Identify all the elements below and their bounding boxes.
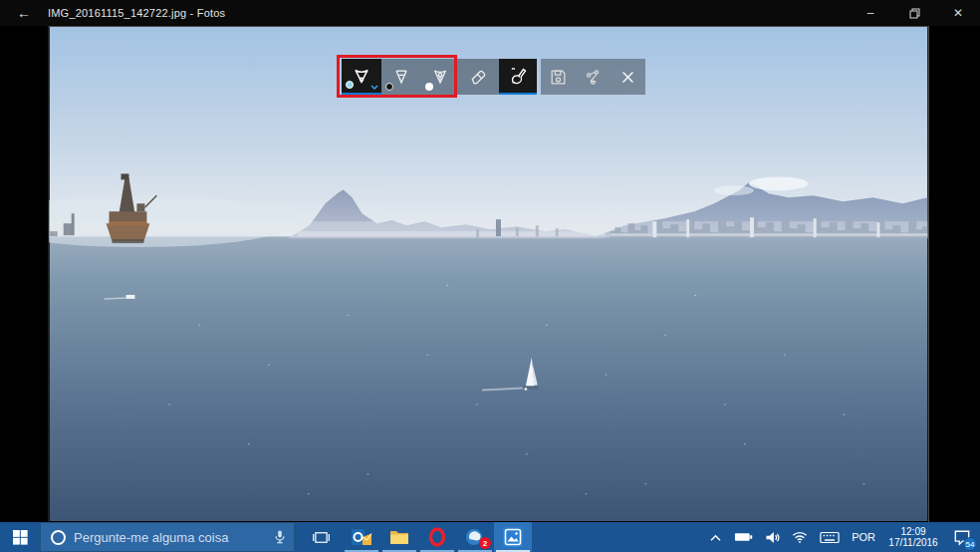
- task-view-icon: [312, 530, 331, 545]
- start-button[interactable]: [0, 522, 40, 552]
- taskbar-app-photos[interactable]: [494, 522, 532, 552]
- close-ink-icon: [619, 69, 636, 86]
- save-icon: [549, 68, 568, 87]
- ink-actions-group: [541, 59, 645, 95]
- minimize-button[interactable]: –: [849, 0, 892, 26]
- close-icon: ✕: [953, 6, 963, 20]
- taskbar-app-outlook[interactable]: [343, 522, 380, 552]
- photo-stage: [0, 26, 980, 522]
- action-center-badge: 54: [963, 537, 977, 551]
- tray-date: 17/11/2016: [888, 537, 937, 548]
- save-button[interactable]: [541, 59, 576, 95]
- task-view-button[interactable]: [303, 522, 339, 552]
- ink-toolbar: [342, 59, 645, 95]
- eraser-icon: [469, 67, 489, 87]
- cortana-search-box[interactable]: [40, 522, 295, 552]
- close-ink-button[interactable]: [611, 59, 645, 95]
- pencil-tool[interactable]: [381, 59, 421, 95]
- system-tray: POR 12:09 17/11/2016 54: [707, 522, 980, 552]
- outlook-icon: [351, 526, 372, 548]
- folder-icon: [388, 526, 410, 548]
- search-input[interactable]: [74, 530, 266, 545]
- touch-writing-hand-icon: [507, 65, 529, 87]
- chevron-up-icon: [709, 533, 722, 542]
- wifi-icon: [792, 531, 808, 543]
- ballpoint-pen-tool[interactable]: [342, 59, 381, 95]
- speaker-icon: [765, 531, 780, 544]
- share-icon: [584, 68, 603, 87]
- cortana-icon: [51, 530, 66, 545]
- microphone-icon: [273, 529, 287, 545]
- restore-button[interactable]: [892, 0, 936, 26]
- taskbar-app-notification-app[interactable]: 2: [456, 522, 494, 552]
- touch-keyboard-button[interactable]: [818, 529, 842, 546]
- touch-keyboard-icon: [820, 531, 840, 544]
- calligraphy-ink-color-dot: [425, 83, 433, 91]
- titlebar: ← IMG_20161115_142722.jpg - Fotos – ✕: [0, 0, 980, 26]
- tray-chevron-up-button[interactable]: [707, 531, 724, 544]
- language-label: POR: [852, 531, 875, 543]
- battery-status-button[interactable]: [732, 529, 755, 545]
- back-button[interactable]: ←: [0, 0, 48, 26]
- eraser-tool[interactable]: [459, 59, 499, 95]
- touch-writing-tool[interactable]: [499, 59, 537, 95]
- wifi-button[interactable]: [790, 529, 810, 545]
- back-arrow-icon: ←: [17, 5, 31, 21]
- ballpoint-pen-icon: [351, 65, 372, 87]
- opera-icon: [426, 526, 448, 548]
- calligraphy-pen-icon: [430, 67, 450, 87]
- pencil-ink-color-dot: [385, 83, 393, 91]
- windows-logo-icon: [13, 530, 28, 545]
- share-button[interactable]: [576, 59, 611, 95]
- pencil-icon: [391, 67, 411, 87]
- action-center-button[interactable]: 54: [949, 524, 975, 550]
- photo-canvas[interactable]: [48, 26, 929, 522]
- window-title: IMG_20161115_142722.jpg - Fotos: [48, 7, 225, 19]
- notification-count-badge: 2: [479, 537, 491, 549]
- clock[interactable]: 12:09 17/11/2016: [885, 524, 941, 550]
- taskbar: 2: [0, 522, 980, 552]
- photos-app-window: ← IMG_20161115_142722.jpg - Fotos – ✕: [0, 0, 980, 552]
- microphone-button[interactable]: [266, 523, 294, 551]
- calligraphy-pen-tool[interactable]: [421, 59, 459, 95]
- taskbar-app-file-explorer[interactable]: [380, 522, 418, 552]
- ink-tools-group: [342, 59, 537, 95]
- ballpoint-ink-color-dot: [346, 81, 354, 89]
- taskbar-app-opera[interactable]: [418, 522, 456, 552]
- close-button[interactable]: ✕: [936, 0, 980, 26]
- volume-button[interactable]: [763, 529, 782, 546]
- bay-photo-image: [49, 27, 928, 521]
- chevron-down-icon: [370, 85, 378, 90]
- restore-icon: [909, 8, 920, 19]
- pinned-apps: 2: [343, 522, 532, 552]
- tray-time: 12:09: [900, 526, 925, 537]
- minimize-icon: –: [867, 6, 874, 20]
- battery-icon: [734, 531, 753, 543]
- language-indicator[interactable]: POR: [850, 529, 877, 545]
- photos-icon: [502, 526, 524, 548]
